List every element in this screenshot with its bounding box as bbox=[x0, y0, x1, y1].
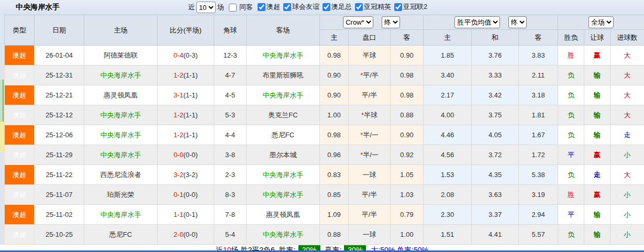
scope-select-group: 全场 bbox=[558, 15, 644, 30]
date-cell: 25-11-07 bbox=[35, 185, 84, 205]
score-cell: 0-1(0-0) bbox=[158, 185, 214, 205]
odds-away-cell: 0.90 bbox=[391, 125, 424, 145]
away-team-cell: 中央海岸水手 bbox=[247, 185, 320, 205]
corner-cell: 2-3 bbox=[214, 165, 247, 185]
handicap-cell: 一球 bbox=[349, 165, 391, 185]
result-cell: 平 bbox=[558, 205, 584, 225]
result-cell: 胜 bbox=[558, 185, 584, 205]
avg-win-cell: 1.85 bbox=[424, 46, 472, 65]
handicap-cell: 一球 bbox=[349, 225, 391, 245]
handicap-result-cell: 输 bbox=[584, 205, 610, 225]
avg-lose-cell: 2.11 bbox=[519, 65, 558, 85]
corner-cell: 7-8 bbox=[214, 205, 247, 225]
score-cell: 2-0(0-0) bbox=[158, 225, 214, 245]
odds-away-cell: 0.88 bbox=[391, 105, 424, 125]
avg-odds-select[interactable]: 胜平负均值 bbox=[454, 16, 500, 28]
goals-result-cell: 小 bbox=[610, 205, 644, 225]
handicap-result-cell: 输 bbox=[584, 125, 610, 145]
goals-result-cell: 大 bbox=[610, 165, 644, 185]
league-type-cell: 澳超 bbox=[5, 225, 35, 245]
handicap-cell: *半/一 bbox=[349, 125, 391, 145]
col-header-date: 日期 bbox=[35, 15, 84, 46]
score-cell: 3-2(3-2) bbox=[158, 165, 214, 185]
corner-cell: 4-7 bbox=[214, 65, 247, 85]
col-header-away: 客场 bbox=[247, 15, 320, 46]
odds-home-cell: 0.83 bbox=[320, 165, 349, 185]
date-cell: 25-11-29 bbox=[35, 145, 84, 165]
league-filter-澳超: 澳超 bbox=[254, 2, 280, 12]
result-cell: 胜 bbox=[558, 46, 584, 65]
avg-draw-cell: 4.35 bbox=[472, 165, 519, 185]
handicap-cell: 半球 bbox=[349, 46, 391, 65]
home-team-cell: 西悉尼流浪者 bbox=[84, 165, 158, 185]
same-away-label: 同客 bbox=[239, 3, 253, 12]
scope-select[interactable]: 全场 bbox=[589, 16, 614, 28]
matches-label: 场 bbox=[217, 3, 224, 12]
odds-home-cell: 0.88 bbox=[320, 225, 349, 245]
avg-win-cell: 2.30 bbox=[424, 205, 472, 225]
league-checkbox[interactable] bbox=[323, 3, 330, 11]
league-type-cell: 澳超 bbox=[5, 185, 35, 205]
league-checkbox[interactable] bbox=[355, 3, 363, 11]
league-checkbox[interactable] bbox=[394, 3, 402, 11]
avg-win-cell: 4.46 bbox=[424, 125, 472, 145]
result-cell: 负 bbox=[558, 105, 584, 125]
league-type-cell: 澳超 bbox=[5, 205, 35, 225]
avg-draw-cell: 3.33 bbox=[472, 65, 519, 85]
avg-lose-cell: 2.94 bbox=[519, 205, 558, 225]
handicap-result-cell: 走 bbox=[584, 165, 610, 185]
goals-result-cell: 走 bbox=[610, 125, 644, 145]
sub-header-avg-lose: 客 bbox=[519, 30, 558, 46]
avg-draw-cell: 3.75 bbox=[472, 105, 519, 125]
result-cell: 负 bbox=[558, 165, 584, 185]
avg-draw-cell: 3.63 bbox=[472, 185, 519, 205]
odds-away-cell: 0.90 bbox=[391, 46, 424, 65]
date-cell: 25-12-21 bbox=[35, 85, 84, 105]
date-cell: 25-11-22 bbox=[35, 165, 84, 185]
avg-lose-cell: 5.57 bbox=[519, 225, 558, 245]
odds-company-select[interactable]: Crow* bbox=[343, 16, 373, 28]
league-checkbox[interactable] bbox=[283, 3, 291, 11]
table-row: 澳超 25-12-06 中央海岸水手 1-2(1-1) 4-4 悉尼FC 0.9… bbox=[5, 125, 644, 145]
goals-result-cell: 大 bbox=[610, 85, 644, 105]
away-team-cell: 中央海岸水手 bbox=[247, 85, 320, 105]
same-away-checkbox[interactable] bbox=[229, 4, 237, 12]
recent-count-select[interactable]: 10 bbox=[196, 2, 216, 13]
avg-state-select[interactable]: 终 bbox=[508, 16, 527, 28]
result-cell: 负 bbox=[558, 125, 584, 145]
score-cell: 3-1(1-1) bbox=[158, 85, 214, 105]
league-checkbox-label: 球会友谊 bbox=[292, 2, 319, 12]
home-team-cell: 中央海岸水手 bbox=[84, 205, 158, 225]
goals-result-cell: 小 bbox=[610, 185, 644, 205]
table-row: 澳超 25-11-29 中央海岸水手 0-0(0-0) 3-8 墨尔本城 0.9… bbox=[5, 145, 644, 165]
date-cell: 26-01-04 bbox=[35, 46, 84, 65]
filter-controls: 近 10 场 同客 澳超球会友谊澳足总亚冠精英亚冠联2 bbox=[188, 2, 427, 13]
odds-away-cell: 1.00 bbox=[391, 225, 424, 245]
odds-home-cell: 1.09 bbox=[320, 205, 349, 225]
score-cell: 1-1(0-1) bbox=[158, 205, 214, 225]
league-type-cell: 澳超 bbox=[5, 46, 35, 65]
odds-state-select[interactable]: 终 bbox=[382, 16, 400, 28]
page-title: 中央海岸水手 bbox=[16, 3, 60, 12]
avg-draw-cell: 3.72 bbox=[472, 145, 519, 165]
table-row: 澳超 26-01-04 阿德莱德联 0-4(0-3) 12-3 中央海岸水手 0… bbox=[5, 46, 644, 65]
goals-result-cell: 大 bbox=[610, 65, 644, 85]
col-header-type: 类型 bbox=[5, 15, 35, 46]
result-cell: 负 bbox=[558, 85, 584, 105]
odds-home-cell: 0.90 bbox=[320, 65, 349, 85]
handicap-cell: *平/半 bbox=[349, 65, 391, 85]
corner-cell: 8-3 bbox=[214, 185, 247, 205]
avg-win-cell: 1.53 bbox=[424, 165, 472, 185]
handicap-result-cell: 输 bbox=[584, 65, 610, 85]
date-cell: 25-12-06 bbox=[35, 125, 84, 145]
score-cell: 1-2(1-1) bbox=[158, 105, 214, 125]
sub-header-odds-away: 客 bbox=[391, 30, 424, 46]
away-team-cell: 中央海岸水手 bbox=[247, 46, 320, 65]
league-checkbox[interactable] bbox=[258, 3, 265, 11]
avg-draw-cell: 4.41 bbox=[472, 225, 519, 245]
odds-home-cell: 0.98 bbox=[320, 125, 349, 145]
avg-select-group: 胜平负均值 终 bbox=[424, 15, 558, 30]
avg-lose-cell: 3.83 bbox=[519, 46, 558, 65]
table-row: 澳超 25-12-12 中央海岸水手 1-2(1-1) 5-3 奥克兰FC 1.… bbox=[5, 105, 644, 125]
odds-away-cell: 1.05 bbox=[391, 165, 424, 185]
